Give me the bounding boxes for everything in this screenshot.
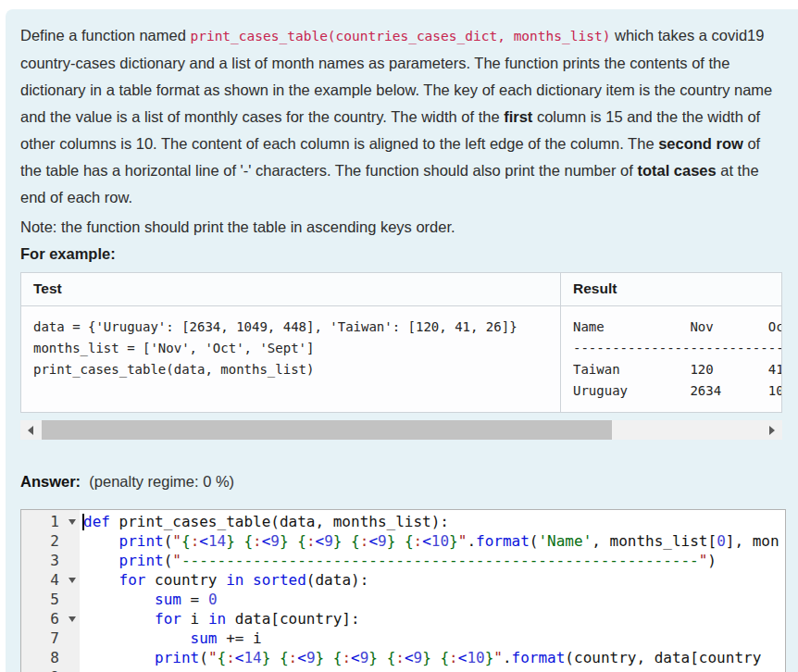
- scroll-left-button[interactable]: [20, 420, 41, 440]
- code-line: sum += i: [83, 628, 785, 648]
- horizontal-scrollbar[interactable]: [20, 420, 782, 440]
- code-editor[interactable]: 123456789 def print_cases_table(data, mo…: [20, 509, 786, 672]
- code-line: print("---------------------------------…: [83, 551, 785, 570]
- fold-caret-icon[interactable]: [69, 616, 76, 622]
- question-description: Define a function named print_cases_tabl…: [20, 22, 781, 211]
- test-code: data = {'Uruguay': [2634, 1049, 448], 'T…: [33, 317, 560, 380]
- penalty-regime-text: (penalty regime: 0 %): [89, 473, 234, 490]
- inline-code: print_cases_table(countries_cases_dict, …: [190, 29, 610, 44]
- gutter-line-number: 6: [21, 609, 80, 628]
- scrollbar-thumb[interactable]: [42, 420, 612, 440]
- scroll-right-button[interactable]: [762, 420, 782, 440]
- fold-caret-icon[interactable]: [69, 519, 76, 525]
- code-line: print("{:<14} {:<9} {:<9} {:<9} {:<10}".…: [83, 531, 785, 551]
- code-line: def print_cases_table(data, months_list)…: [83, 512, 785, 531]
- right-arrow-icon: [769, 426, 775, 435]
- code-line: [83, 667, 785, 672]
- answer-label: Answer:: [20, 473, 81, 490]
- test-cell: data = {'Uruguay': [2634, 1049, 448], 'T…: [21, 306, 561, 413]
- code-line: for country in sorted(data):: [83, 570, 785, 590]
- question-note: Note: the function should print the tabl…: [20, 214, 781, 241]
- examples-table: Test Result data = {'Uruguay': [2634, 10…: [20, 272, 782, 413]
- text-cursor: [82, 514, 84, 530]
- test-column-header: Test: [21, 273, 561, 306]
- gutter-line-number: 3: [21, 551, 80, 570]
- gutter-line-number: 8: [21, 648, 80, 667]
- gutter-line-number: 5: [21, 590, 80, 609]
- code-line: for i in data[country]:: [83, 609, 785, 628]
- question-box: Define a function named print_cases_tabl…: [6, 9, 798, 672]
- result-column-header: Result: [561, 273, 782, 306]
- result-output: Name Nov Oct ---------------------------…: [573, 317, 781, 402]
- code-line: print("{:<14} {:<9} {:<9} {:<9} {:<10}".…: [83, 648, 785, 667]
- result-cell: Name Nov Oct ---------------------------…: [561, 306, 782, 413]
- editor-code-area[interactable]: def print_cases_table(data, months_list)…: [80, 510, 785, 672]
- answer-line: Answer: (penalty regime: 0 %): [20, 469, 789, 493]
- editor-gutter: 123456789: [21, 510, 80, 672]
- example-row: data = {'Uruguay': [2634, 1049, 448], 'T…: [21, 306, 782, 413]
- left-arrow-icon: [28, 426, 33, 435]
- gutter-line-number: 9: [21, 667, 80, 672]
- gutter-line-number: 7: [21, 628, 80, 648]
- code-line: sum = 0: [83, 590, 785, 609]
- examples-header-row: Test Result: [21, 273, 782, 306]
- fold-caret-icon[interactable]: [69, 578, 76, 583]
- gutter-line-number: 1: [21, 512, 80, 531]
- gutter-line-number: 4: [21, 570, 80, 590]
- gutter-line-number: 2: [21, 531, 80, 551]
- for-example-label: For example:: [20, 241, 781, 268]
